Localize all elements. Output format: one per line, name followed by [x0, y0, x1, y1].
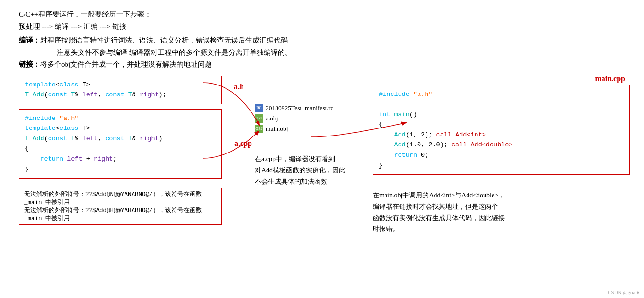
acpp-code-box: #include "a.h" template<class T> T Add(c…	[19, 109, 222, 179]
acpp-template: template	[25, 125, 56, 132]
main-int-kw: int	[379, 111, 390, 118]
right-column: main.cpp #include "a.h" int main() { Add…	[373, 76, 630, 235]
intro-line4: 注意头文件不参与编译 编译器对工程中的多个源文件是分离开单独编译的。	[19, 47, 630, 59]
acpp-right2: right	[94, 155, 113, 162]
mid-explanation: 在a.cpp中，编译器没有看到 对Add模板函数的实例化，因此 不会生成具体的加…	[255, 143, 345, 187]
main-line5: Add(1.0, 2.0); call Add<double>	[379, 140, 624, 150]
main-line1: #include "a.h"	[379, 89, 624, 100]
main-add2: Add	[394, 141, 405, 148]
acpp-line6: }	[25, 164, 216, 175]
ah-const1: const	[48, 91, 67, 98]
ah-line1: template<class T>	[25, 80, 214, 90]
ah-Add1: Add	[33, 91, 44, 98]
main-line3: {	[379, 119, 624, 130]
ah-line2: T Add(const T& left, const T& right);	[25, 90, 214, 100]
main-include: #include	[379, 91, 413, 98]
acpp-line2: template<class T>	[25, 123, 216, 134]
mainobj-filename: main.obj	[266, 125, 288, 133]
aobj-filename: a.obj	[266, 115, 278, 122]
acpp-line5: return left + right;	[25, 154, 216, 164]
intro-line2: 预处理 ---> 编译 ---> 汇编 ---> 链接	[19, 21, 630, 33]
aobj-icon: OBJ	[255, 114, 263, 123]
acpp-left2: left	[67, 155, 82, 162]
right-explanation-text: 在main.obj中调用的Add<int>与Add<double>， 编译器在链…	[373, 192, 505, 232]
left-column: template<class T> T Add(const T& left, c…	[19, 76, 222, 225]
middle-column: RC 20180925Test_manifest.rc OBJ a.obj OB…	[255, 76, 359, 187]
acpp-const1: const	[48, 135, 67, 142]
acpp-const2: const	[105, 135, 125, 142]
file-list: RC 20180925Test_manifest.rc OBJ a.obj OB…	[255, 104, 333, 133]
page: C/C++程序要运行，一般要经历一下步骤： 预处理 ---> 编译 ---> 汇…	[0, 0, 644, 298]
ah-amp1: &	[75, 91, 82, 98]
acpp-T1: T	[25, 135, 29, 142]
intro-line3: 编译：对程序按照语言特性进行词法、语法、语义分析，错误检查无误后生成汇编代码	[19, 34, 630, 47]
ah-label: a.h	[234, 81, 244, 93]
ah-code-box: template<class T> T Add(const T& left, c…	[19, 76, 222, 104]
watermark: CSDN @goat♦	[608, 289, 639, 295]
acpp-line1: #include "a.h"	[25, 113, 216, 124]
main-return: return	[394, 152, 417, 159]
main-line-blank	[379, 99, 624, 110]
acpp-return: return	[40, 155, 63, 162]
rc-file-item: RC 20180925Test_manifest.rc	[255, 104, 333, 112]
ah-T3: T	[125, 91, 132, 98]
maincpp-code-box: #include "a.h" int main() { Add(1, 2); c…	[373, 85, 630, 175]
acpp-include: #include	[25, 115, 59, 122]
main-line6: return 0;	[379, 150, 624, 161]
right-explanation: 在main.obj中调用的Add<int>与Add<double>， 编译器在链…	[373, 179, 561, 235]
intro-text-compile: 对程序按照语言特性进行词法、语法、语义分析，错误检查无误后生成汇编代码	[40, 36, 288, 44]
ah-left1: left	[83, 91, 98, 98]
acpp-T3: T	[125, 135, 132, 142]
acpp-ah-str: "a.h"	[59, 115, 79, 122]
rc-icon: RC	[255, 104, 263, 112]
main-main-fn: main	[394, 111, 409, 118]
acpp-class: class	[59, 125, 79, 132]
ah-lt1: <	[56, 81, 59, 88]
main-call1: call Add<int>	[436, 131, 486, 138]
mainobj-file-item: OBJ main.obj	[255, 125, 333, 133]
ah-T2: T	[67, 91, 75, 98]
main-ah-str: "a.h"	[413, 91, 433, 98]
intro-section: C/C++程序要运行，一般要经历一下步骤： 预处理 ---> 编译 ---> 汇…	[19, 9, 630, 71]
intro-line1: C/C++程序要运行，一般要经历一下步骤：	[19, 9, 630, 21]
main-line4: Add(1, 2); call Add<int>	[379, 130, 624, 140]
error-line2: 无法解析的外部符号：??$Add@H@@YAHABHO@Z），该符号在函数 _m…	[24, 206, 217, 222]
main-section: template<class T> T Add(const T& left, c…	[19, 76, 630, 235]
acpp-right: right	[140, 135, 159, 142]
ah-const2: const	[105, 91, 125, 98]
error-line1: 无法解析的外部符号：??$Add@N@@YANABNO@Z），该符号在函数 _m…	[24, 190, 217, 206]
acpp-Add: Add	[33, 135, 44, 142]
acpp-line4: {	[25, 144, 216, 154]
maincpp-label: main.cpp	[595, 75, 625, 83]
ah-class-kw: class	[59, 81, 79, 88]
mainobj-icon: OBJ	[255, 125, 263, 133]
main-line2: int main()	[379, 110, 624, 120]
rc-filename: 20180925Test_manifest.rc	[266, 104, 333, 112]
intro-label-compile: 编译：	[19, 36, 40, 44]
intro-label-link: 链接：	[19, 60, 40, 68]
error-box: 无法解析的外部符号：??$Add@N@@YANABNO@Z），该符号在函数 _m…	[19, 188, 222, 225]
acpp-label: a.cpp	[234, 138, 252, 150]
ah-T1: T	[25, 91, 29, 98]
main-line7: }	[379, 161, 624, 171]
intro-line5: 链接：将多个obj文件合并成一个，并处理没有解决的地址问题	[19, 59, 630, 71]
main-call2: call Add<double>	[452, 141, 513, 148]
acpp-left: left	[83, 135, 98, 142]
intro-text-link: 将多个obj文件合并成一个，并处理没有解决的地址问题	[40, 60, 212, 68]
mid-explanation-text: 在a.cpp中，编译器没有看到 对Add模板函数的实例化，因此 不会生成具体的加…	[255, 155, 345, 185]
ah-template-kw: template	[25, 81, 56, 88]
ah-right1: right	[140, 91, 159, 98]
acpp-line3: T Add(const T& left, const T& right)	[25, 134, 216, 144]
acpp-T2: T	[67, 135, 75, 142]
aobj-file-item: OBJ a.obj	[255, 114, 333, 123]
main-add1: Add	[394, 131, 405, 138]
